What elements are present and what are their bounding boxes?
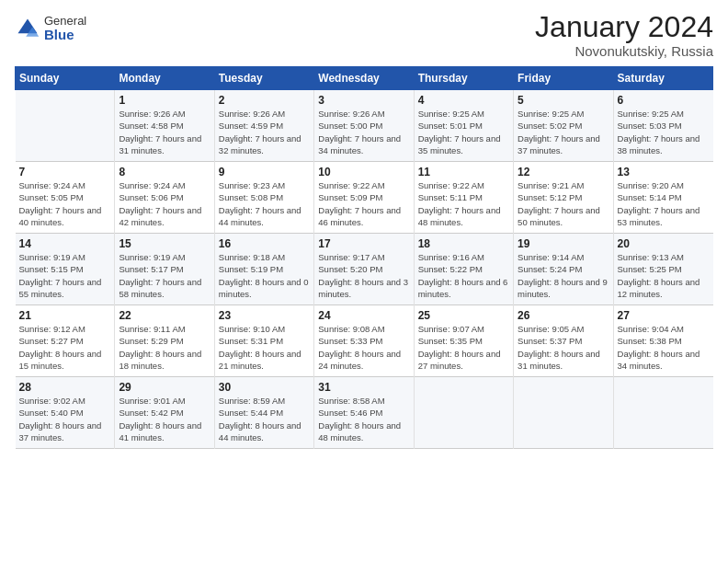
calendar-week-row: 28Sunrise: 9:02 AMSunset: 5:40 PMDayligh… bbox=[16, 377, 713, 449]
day-number: 2 bbox=[219, 94, 310, 107]
logo: General Blue bbox=[15, 15, 86, 43]
day-number: 22 bbox=[119, 309, 210, 322]
calendar-cell: 11Sunrise: 9:22 AMSunset: 5:11 PMDayligh… bbox=[414, 162, 513, 234]
calendar-cell: 31Sunrise: 8:58 AMSunset: 5:46 PMDayligh… bbox=[314, 377, 414, 449]
calendar-cell: 15Sunrise: 9:19 AMSunset: 5:17 PMDayligh… bbox=[115, 234, 214, 305]
day-number: 30 bbox=[219, 381, 310, 394]
cell-sun-info: Sunrise: 9:26 AMSunset: 4:58 PMDaylight:… bbox=[119, 108, 210, 156]
calendar-week-row: 7Sunrise: 9:24 AMSunset: 5:05 PMDaylight… bbox=[16, 162, 713, 234]
cell-sun-info: Sunrise: 9:08 AMSunset: 5:33 PMDaylight:… bbox=[318, 323, 409, 372]
cell-sun-info: Sunrise: 9:07 AMSunset: 5:35 PMDaylight:… bbox=[418, 323, 509, 372]
logo-general-label: General bbox=[44, 15, 86, 28]
day-number: 15 bbox=[119, 237, 210, 250]
calendar-cell: 18Sunrise: 9:16 AMSunset: 5:22 PMDayligh… bbox=[414, 234, 513, 305]
cell-sun-info: Sunrise: 9:17 AMSunset: 5:20 PMDaylight:… bbox=[318, 251, 409, 300]
day-number: 31 bbox=[318, 381, 409, 394]
day-number: 1 bbox=[119, 94, 210, 107]
cell-sun-info: Sunrise: 9:12 AMSunset: 5:27 PMDaylight:… bbox=[19, 323, 111, 372]
col-header-saturday: Saturday bbox=[613, 67, 712, 90]
cell-sun-info: Sunrise: 9:25 AMSunset: 5:02 PMDaylight:… bbox=[518, 108, 609, 156]
cell-sun-info: Sunrise: 9:05 AMSunset: 5:37 PMDaylight:… bbox=[518, 323, 609, 372]
cell-sun-info: Sunrise: 9:23 AMSunset: 5:08 PMDaylight:… bbox=[219, 179, 310, 228]
logo-icon bbox=[15, 16, 40, 41]
cell-sun-info: Sunrise: 9:25 AMSunset: 5:03 PMDaylight:… bbox=[618, 108, 710, 156]
day-number: 10 bbox=[318, 166, 409, 178]
calendar-cell: 23Sunrise: 9:10 AMSunset: 5:31 PMDayligh… bbox=[214, 305, 313, 377]
calendar-cell: 12Sunrise: 9:21 AMSunset: 5:12 PMDayligh… bbox=[514, 162, 613, 234]
calendar-cell bbox=[16, 90, 115, 162]
cell-sun-info: Sunrise: 9:19 AMSunset: 5:15 PMDaylight:… bbox=[19, 251, 111, 300]
cell-sun-info: Sunrise: 9:18 AMSunset: 5:19 PMDaylight:… bbox=[219, 251, 310, 300]
cell-sun-info: Sunrise: 9:24 AMSunset: 5:05 PMDaylight:… bbox=[19, 179, 111, 228]
cell-sun-info: Sunrise: 9:10 AMSunset: 5:31 PMDaylight:… bbox=[219, 323, 310, 372]
day-number: 14 bbox=[19, 237, 111, 250]
cell-sun-info: Sunrise: 9:01 AMSunset: 5:42 PMDaylight:… bbox=[119, 395, 210, 443]
calendar-cell: 19Sunrise: 9:14 AMSunset: 5:24 PMDayligh… bbox=[514, 234, 613, 305]
day-number: 20 bbox=[618, 237, 710, 250]
location-label: Novonukutskiy, Russia bbox=[535, 43, 713, 59]
cell-sun-info: Sunrise: 8:59 AMSunset: 5:44 PMDaylight:… bbox=[219, 395, 310, 443]
calendar-cell: 3Sunrise: 9:26 AMSunset: 5:00 PMDaylight… bbox=[314, 90, 414, 162]
cell-sun-info: Sunrise: 9:19 AMSunset: 5:17 PMDaylight:… bbox=[119, 251, 210, 300]
day-number: 5 bbox=[518, 94, 609, 107]
col-header-monday: Monday bbox=[115, 67, 214, 90]
day-number: 23 bbox=[219, 309, 310, 322]
calendar-cell: 4Sunrise: 9:25 AMSunset: 5:01 PMDaylight… bbox=[414, 90, 513, 162]
calendar-cell bbox=[514, 377, 613, 449]
header: General Blue January 2024 Novonukutskiy,… bbox=[15, 11, 713, 59]
calendar-week-row: 1Sunrise: 9:26 AMSunset: 4:58 PMDaylight… bbox=[16, 90, 713, 162]
calendar-cell: 5Sunrise: 9:25 AMSunset: 5:02 PMDaylight… bbox=[514, 90, 613, 162]
cell-sun-info: Sunrise: 9:16 AMSunset: 5:22 PMDaylight:… bbox=[418, 251, 509, 300]
cell-sun-info: Sunrise: 9:25 AMSunset: 5:01 PMDaylight:… bbox=[418, 108, 509, 156]
day-number: 26 bbox=[518, 309, 609, 322]
day-number: 25 bbox=[418, 309, 509, 322]
calendar-cell: 1Sunrise: 9:26 AMSunset: 4:58 PMDaylight… bbox=[115, 90, 214, 162]
calendar-cell: 27Sunrise: 9:04 AMSunset: 5:38 PMDayligh… bbox=[613, 305, 712, 377]
cell-sun-info: Sunrise: 9:22 AMSunset: 5:11 PMDaylight:… bbox=[418, 179, 509, 228]
day-number: 12 bbox=[518, 166, 609, 178]
cell-sun-info: Sunrise: 9:13 AMSunset: 5:25 PMDaylight:… bbox=[618, 251, 710, 300]
day-number: 16 bbox=[219, 237, 310, 250]
day-number: 13 bbox=[618, 166, 710, 178]
day-number: 28 bbox=[19, 381, 111, 394]
month-year-title: January 2024 bbox=[535, 11, 713, 43]
calendar-table: SundayMondayTuesdayWednesdayThursdayFrid… bbox=[15, 66, 713, 449]
cell-sun-info: Sunrise: 9:21 AMSunset: 5:12 PMDaylight:… bbox=[518, 179, 609, 228]
day-number: 21 bbox=[19, 309, 111, 322]
calendar-week-row: 21Sunrise: 9:12 AMSunset: 5:27 PMDayligh… bbox=[16, 305, 713, 377]
day-number: 7 bbox=[19, 166, 111, 178]
calendar-cell: 6Sunrise: 9:25 AMSunset: 5:03 PMDaylight… bbox=[613, 90, 712, 162]
day-number: 19 bbox=[518, 237, 609, 250]
cell-sun-info: Sunrise: 9:11 AMSunset: 5:29 PMDaylight:… bbox=[119, 323, 210, 372]
calendar-cell: 9Sunrise: 9:23 AMSunset: 5:08 PMDaylight… bbox=[214, 162, 313, 234]
calendar-cell: 29Sunrise: 9:01 AMSunset: 5:42 PMDayligh… bbox=[115, 377, 214, 449]
cell-sun-info: Sunrise: 8:58 AMSunset: 5:46 PMDaylight:… bbox=[318, 395, 409, 443]
calendar-cell: 13Sunrise: 9:20 AMSunset: 5:14 PMDayligh… bbox=[613, 162, 712, 234]
col-header-friday: Friday bbox=[514, 67, 613, 90]
calendar-cell: 21Sunrise: 9:12 AMSunset: 5:27 PMDayligh… bbox=[16, 305, 115, 377]
day-number: 3 bbox=[318, 94, 409, 107]
cell-sun-info: Sunrise: 9:20 AMSunset: 5:14 PMDaylight:… bbox=[618, 179, 710, 228]
cell-sun-info: Sunrise: 9:04 AMSunset: 5:38 PMDaylight:… bbox=[618, 323, 710, 372]
calendar-cell bbox=[414, 377, 513, 449]
day-number: 27 bbox=[618, 309, 710, 322]
cell-sun-info: Sunrise: 9:26 AMSunset: 5:00 PMDaylight:… bbox=[318, 108, 409, 156]
calendar-cell: 14Sunrise: 9:19 AMSunset: 5:15 PMDayligh… bbox=[16, 234, 115, 305]
calendar-cell: 7Sunrise: 9:24 AMSunset: 5:05 PMDaylight… bbox=[16, 162, 115, 234]
col-header-tuesday: Tuesday bbox=[214, 67, 313, 90]
col-header-sunday: Sunday bbox=[16, 67, 115, 90]
calendar-cell: 16Sunrise: 9:18 AMSunset: 5:19 PMDayligh… bbox=[214, 234, 313, 305]
header-row: SundayMondayTuesdayWednesdayThursdayFrid… bbox=[16, 67, 713, 90]
calendar-cell bbox=[613, 377, 712, 449]
calendar-cell: 8Sunrise: 9:24 AMSunset: 5:06 PMDaylight… bbox=[115, 162, 214, 234]
cell-sun-info: Sunrise: 9:26 AMSunset: 4:59 PMDaylight:… bbox=[219, 108, 310, 156]
day-number: 4 bbox=[418, 94, 509, 107]
calendar-cell: 22Sunrise: 9:11 AMSunset: 5:29 PMDayligh… bbox=[115, 305, 214, 377]
col-header-wednesday: Wednesday bbox=[314, 67, 414, 90]
day-number: 24 bbox=[318, 309, 409, 322]
cell-sun-info: Sunrise: 9:22 AMSunset: 5:09 PMDaylight:… bbox=[318, 179, 409, 228]
calendar-week-row: 14Sunrise: 9:19 AMSunset: 5:15 PMDayligh… bbox=[16, 234, 713, 305]
logo-text: General Blue bbox=[44, 15, 86, 43]
calendar-cell: 20Sunrise: 9:13 AMSunset: 5:25 PMDayligh… bbox=[613, 234, 712, 305]
title-area: January 2024 Novonukutskiy, Russia bbox=[535, 11, 713, 59]
